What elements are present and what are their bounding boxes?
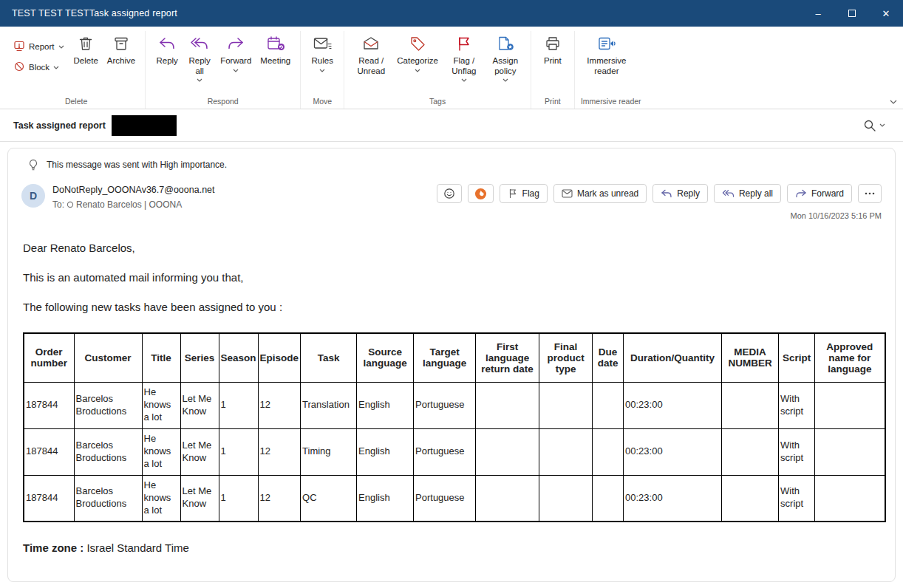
forward-message-button[interactable]: Forward (787, 184, 852, 203)
table-cell: 1 (219, 428, 258, 475)
reply-all-button[interactable]: Reply all (184, 31, 215, 83)
table-cell: 187844 (24, 475, 74, 522)
mark-unread-button[interactable]: Mark as unread (553, 184, 647, 203)
table-cell (539, 428, 593, 475)
immersive-reader-label: Immersive reader (585, 56, 629, 76)
forward-icon (226, 35, 245, 54)
table-cell: Translation (301, 382, 357, 428)
chevron-down-icon (415, 69, 420, 72)
categorize-label: Categorize (397, 56, 438, 66)
chevron-down-icon (53, 66, 59, 69)
chevron-down-icon (197, 78, 202, 82)
importance-banner: This message was sent with High importan… (8, 148, 895, 171)
reactions-badge-button[interactable] (468, 184, 494, 203)
delete-button[interactable]: Delete (70, 31, 102, 68)
emoji-reaction-button[interactable] (437, 184, 462, 203)
reply-all-icon (190, 35, 209, 54)
table-cell (476, 428, 539, 475)
read-unread-button[interactable]: Read / Unread (350, 31, 392, 78)
table-cell: 00:23:00 (624, 428, 722, 475)
reply-all-message-button[interactable]: Reply all (714, 184, 781, 203)
print-button[interactable]: Print (537, 31, 568, 68)
avatar[interactable]: D (21, 184, 45, 208)
presence-icon (67, 201, 74, 208)
table-cell: English (357, 382, 414, 428)
reply-message-button[interactable]: Reply (652, 184, 708, 203)
meeting-label: Meeting (260, 56, 290, 66)
table-cell: Let Me Know (180, 382, 219, 428)
table-cell: English (357, 475, 414, 522)
column-header: Duration/Quantity (624, 333, 722, 382)
print-label: Print (544, 56, 562, 66)
column-header: Series (180, 333, 219, 382)
categorize-button[interactable]: Categorize (393, 31, 442, 74)
table-cell (722, 428, 779, 475)
tasks-intro-line: The following new tasks have been assign… (23, 301, 880, 313)
maximize-button[interactable] (835, 0, 869, 27)
table-body: 187844Barcelos BroductionsHe knows a lot… (24, 382, 885, 522)
reply-all-label: Reply all (188, 56, 211, 76)
table-cell: With script (779, 428, 815, 475)
categorize-icon (409, 35, 426, 54)
table-cell: 12 (258, 382, 301, 428)
to-label: To: (52, 199, 64, 210)
flag-message-button[interactable]: Flag (500, 184, 548, 203)
table-cell (539, 382, 593, 428)
block-button[interactable]: Block (13, 61, 64, 74)
table-row: 187844Barcelos BroductionsHe knows a lot… (24, 428, 885, 475)
more-options-button[interactable] (858, 184, 882, 203)
lightbulb-icon (27, 159, 39, 171)
column-header: Task (301, 333, 357, 382)
report-label: Report (29, 42, 55, 51)
reply-all-icon (722, 188, 735, 199)
table-cell (815, 382, 885, 428)
sender-row: D DoNotReply_OOONAv36.7@ooona.net To: Re… (21, 184, 882, 220)
envelope-icon (562, 189, 573, 198)
flag-unflag-button[interactable]: Flag / Unflag (443, 31, 485, 83)
greeting-line: Dear Renato Barcelos, (23, 242, 880, 254)
minimize-button[interactable]: – (801, 0, 835, 27)
reading-pane: This message was sent with High importan… (0, 142, 903, 588)
table-row: 187844Barcelos BroductionsHe knows a lot… (24, 382, 885, 428)
column-header: Final product type (539, 333, 593, 382)
assign-policy-button[interactable]: Assign policy (486, 31, 525, 83)
intro-line: This is an automated mail informing you … (23, 271, 880, 284)
collapse-ribbon-icon[interactable] (890, 100, 897, 104)
reply-all-label: Reply all (739, 188, 773, 199)
reply-label: Reply (677, 188, 700, 199)
table-cell: Barcelos Broductions (74, 428, 142, 475)
message-card: This message was sent with High importan… (7, 148, 896, 582)
reply-icon (157, 35, 177, 54)
reply-label: Reply (156, 56, 177, 66)
more-icon (865, 192, 875, 195)
importance-text: This message was sent with High importan… (47, 160, 227, 170)
table-cell (476, 382, 539, 428)
table-cell (722, 475, 779, 522)
close-button[interactable]: ✕ (869, 0, 903, 27)
block-icon (13, 61, 25, 74)
ribbon-group-immersive-reader: Immersive reader Immersive reader (575, 31, 647, 109)
minimize-icon: – (815, 8, 820, 19)
rules-button[interactable]: Rules (307, 31, 338, 74)
assign-policy-icon (496, 35, 515, 54)
magnifier-icon (863, 119, 876, 132)
group-label-print: Print (537, 95, 568, 109)
table-cell: 187844 (24, 382, 74, 428)
timezone-value: Israel Standard Time (86, 541, 188, 554)
archive-button[interactable]: Archive (103, 31, 139, 68)
table-cell: Portuguese (414, 382, 476, 428)
message-subject: Task assigned report (13, 120, 106, 131)
immersive-reader-button[interactable]: Immersive reader (581, 31, 633, 78)
message-body: Dear Renato Barcelos, This is an automat… (8, 242, 895, 313)
zoom-button[interactable] (859, 116, 890, 135)
recipient-name[interactable]: Renato Barcelos | OOONA (76, 199, 182, 210)
meeting-button[interactable]: Meeting (256, 31, 294, 68)
sender-address[interactable]: DoNotReply_OOONAv36.7@ooona.net (52, 185, 215, 195)
column-header: Approved name for language (815, 333, 885, 382)
print-icon (544, 35, 562, 54)
forward-button[interactable]: Forward (217, 31, 255, 74)
table-cell (476, 475, 539, 522)
reply-button[interactable]: Reply (151, 31, 183, 68)
forward-label: Forward (811, 188, 844, 199)
report-button[interactable]: Report (13, 40, 64, 53)
